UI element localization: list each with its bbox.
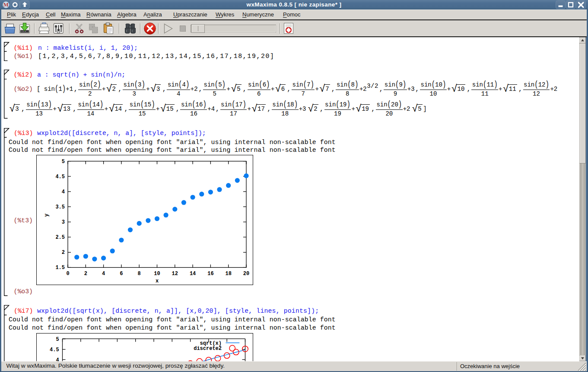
svg-text:5: 5 bbox=[56, 337, 59, 343]
svg-text:6: 6 bbox=[120, 271, 123, 277]
svg-text:4: 4 bbox=[62, 189, 65, 195]
svg-text:0: 0 bbox=[66, 271, 69, 277]
svg-text:5: 5 bbox=[62, 159, 65, 165]
svg-text:4: 4 bbox=[102, 271, 105, 277]
svg-text:18: 18 bbox=[225, 271, 231, 277]
svg-text:14: 14 bbox=[190, 271, 196, 277]
svg-text:20: 20 bbox=[243, 271, 249, 277]
svg-text:16: 16 bbox=[207, 271, 213, 277]
svg-text:2: 2 bbox=[84, 271, 87, 277]
svg-text:4.5: 4.5 bbox=[55, 174, 65, 180]
svg-text:2.5: 2.5 bbox=[55, 234, 65, 241]
svg-text:3: 3 bbox=[62, 219, 65, 225]
svg-text:8: 8 bbox=[138, 271, 141, 277]
svg-text:4: 4 bbox=[56, 357, 59, 362]
svg-text:12: 12 bbox=[172, 271, 178, 277]
svg-text:3.5: 3.5 bbox=[55, 204, 65, 210]
svg-text:x: x bbox=[156, 278, 159, 284]
svg-text:10: 10 bbox=[154, 271, 160, 277]
svg-text:discrete2: discrete2 bbox=[194, 346, 222, 352]
svg-text:y: y bbox=[44, 214, 50, 217]
svg-text:1.5: 1.5 bbox=[55, 265, 65, 271]
svg-text:2: 2 bbox=[62, 250, 65, 256]
svg-text:4.5: 4.5 bbox=[50, 347, 59, 353]
